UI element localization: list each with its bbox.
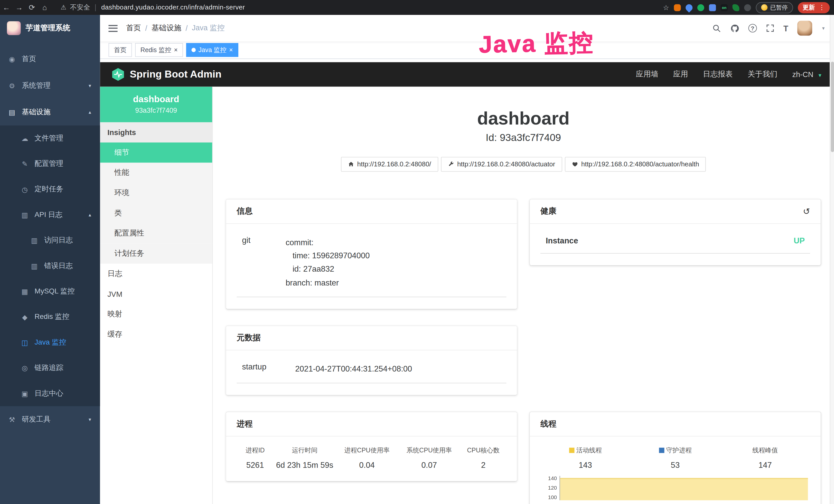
- metadata-value: 2021-04-27T00:44:31.254+08:00: [295, 362, 501, 375]
- browser-back-button[interactable]: ←: [0, 3, 13, 12]
- sba-side-logs[interactable]: 日志: [100, 264, 212, 284]
- sba-side-metrics[interactable]: 性能: [100, 163, 212, 183]
- info-git-row: git commit: time: 1596289704000 id: 27aa…: [237, 228, 506, 297]
- fullscreen-icon[interactable]: [766, 24, 774, 32]
- sidebar-item-api-log[interactable]: ▥ API 日志 ▲: [0, 202, 100, 228]
- service-url-button[interactable]: http://192.168.0.2:48080/: [341, 157, 438, 172]
- breadcrumb-infra[interactable]: 基础设施: [152, 23, 181, 33]
- close-icon[interactable]: ×: [229, 47, 233, 53]
- extension-icon[interactable]: [697, 4, 704, 11]
- redis-icon: ◆: [21, 313, 29, 321]
- threads-col-label: 守护进程: [666, 446, 692, 455]
- extension-icon[interactable]: [709, 4, 716, 11]
- extension-icon[interactable]: [732, 4, 739, 11]
- security-warning-icon: ⚠: [61, 4, 66, 11]
- health-instance-row[interactable]: Instance UP: [541, 228, 810, 253]
- sidebar-item-label: 配置管理: [35, 159, 63, 168]
- sidebar-item-config-manage[interactable]: ✎ 配置管理: [0, 151, 100, 176]
- sidebar-submenu-infra: ☁ 文件管理 ✎ 配置管理 ◷ 定时任务 ▥ API 日志 ▲ ▥: [0, 125, 100, 406]
- sba-side-environment[interactable]: 环境: [100, 183, 212, 203]
- tag-redis-monitor[interactable]: Redis 监控 ×: [135, 43, 183, 57]
- health-url-button[interactable]: http://192.168.0.2:48080/actuator/health: [565, 157, 706, 172]
- sidebar-item-access-log[interactable]: ▥ 访问日志: [0, 228, 100, 253]
- process-col-header: 系统CPU使用率: [398, 446, 460, 460]
- breadcrumb-home[interactable]: 首页: [126, 23, 141, 33]
- docs-help-icon[interactable]: ?: [748, 24, 757, 32]
- sidebar-item-label: 基础设施: [22, 107, 50, 117]
- sidebar-item-system[interactable]: ⚙ 系统管理 ▼: [0, 72, 100, 99]
- sba-side-jvm[interactable]: JVM: [100, 284, 212, 304]
- address-bar[interactable]: ⚠ 不安全 dashboard.yudao.iocoder.cn/infra/a…: [61, 3, 245, 12]
- sba-side-details[interactable]: 细节: [100, 142, 212, 163]
- search-icon[interactable]: [712, 24, 721, 32]
- sidebar-item-scheduled-jobs[interactable]: ◷ 定时任务: [0, 177, 100, 202]
- health-instance-label: Instance: [546, 236, 578, 245]
- tag-home[interactable]: 首页: [108, 43, 132, 57]
- sba-side-configprops[interactable]: 配置属性: [100, 223, 212, 244]
- sidebar-item-file-manage[interactable]: ☁ 文件管理: [0, 125, 100, 151]
- sidebar-item-redis-monitor[interactable]: ◆ Redis 监控: [0, 304, 100, 329]
- document-icon: ▥: [30, 262, 38, 270]
- sidebar-item-label: 研发工具: [22, 415, 50, 424]
- sba-body: dashboard 93a3fc7f7409 Insights 细节 性能 环境…: [100, 87, 834, 504]
- sba-brand-label: Spring Boot Admin: [130, 69, 221, 81]
- threads-chart-plot: [559, 476, 810, 500]
- chevron-up-icon: ▲: [88, 110, 92, 115]
- actuator-url-button[interactable]: http://192.168.0.2:48080/actuator: [441, 157, 562, 172]
- sidebar-item-tracing[interactable]: ◎ 链路追踪: [0, 355, 100, 381]
- sba-locale-select[interactable]: zh-CN ▼: [792, 70, 822, 78]
- sidebar-item-log-center[interactable]: ▣ 日志中心: [0, 381, 100, 406]
- sba-side-classes[interactable]: 类: [100, 203, 212, 223]
- sidebar-toggle-icon[interactable]: [108, 25, 117, 31]
- sba-side-scheduled-tasks[interactable]: 计划任务: [100, 244, 212, 264]
- sba-side-caches[interactable]: 缓存: [100, 324, 212, 345]
- threads-daemon-header: 守护进程: [630, 446, 720, 460]
- process-col-header: CPU核心数: [460, 446, 506, 460]
- chevron-down-icon: ▼: [817, 73, 822, 78]
- sba-nav-applications[interactable]: 应用: [673, 70, 688, 79]
- tag-label: Redis 监控: [140, 45, 171, 54]
- eye-icon: ◎: [21, 364, 29, 372]
- history-icon[interactable]: ↺: [803, 206, 810, 216]
- sba-brand[interactable]: Spring Boot Admin: [112, 68, 221, 82]
- sidebar-item-label: API 日志: [35, 210, 63, 220]
- process-cpu-value: 0.04: [336, 460, 398, 469]
- sba-nav-journal[interactable]: 日志报表: [703, 70, 733, 79]
- extension-icon[interactable]: on: [721, 4, 728, 11]
- service-url-label: http://192.168.0.2:48080/: [357, 160, 431, 168]
- user-avatar[interactable]: [797, 21, 812, 36]
- font-size-icon[interactable]: T: [784, 24, 788, 32]
- browser-home-button[interactable]: ⌂: [38, 3, 51, 12]
- sba-nav-about[interactable]: 关于我们: [748, 70, 777, 79]
- browser-toolbar-right: ☆ on 已暂停 更新 ⋮: [663, 2, 834, 13]
- extension-icon[interactable]: [684, 3, 694, 12]
- wrench-icon: [448, 161, 454, 167]
- sba-side-mappings[interactable]: 映射: [100, 304, 212, 324]
- bookmark-star-icon[interactable]: ☆: [663, 3, 669, 11]
- extension-icon[interactable]: [744, 4, 751, 11]
- sidebar-item-java-monitor[interactable]: ◫ Java 监控: [0, 330, 100, 355]
- avatar-caret-icon[interactable]: ▼: [821, 26, 825, 30]
- sidebar-item-mysql-monitor[interactable]: ▦ MySQL 监控: [0, 279, 100, 304]
- page-scrollbar[interactable]: [830, 15, 834, 504]
- sba-nav-wallboard[interactable]: 应用墙: [636, 70, 658, 79]
- sidebar-item-dev-tools[interactable]: ⚒ 研发工具 ▼: [0, 406, 100, 433]
- sidebar-item-error-log[interactable]: ▥ 错误日志: [0, 253, 100, 279]
- extension-icon[interactable]: [674, 4, 681, 11]
- tag-java-monitor[interactable]: Java 监控 ×: [186, 43, 238, 57]
- browser-update-button[interactable]: 更新 ⋮: [798, 2, 830, 13]
- scrollbar-thumb[interactable]: [831, 62, 834, 152]
- browser-menu-icon[interactable]: ⋮: [818, 4, 825, 11]
- github-icon[interactable]: [730, 24, 739, 32]
- threads-table: 活动线程 守护进程 线程峰值 143: [541, 441, 810, 469]
- sidebar-item-home[interactable]: ◉ 首页: [0, 46, 100, 72]
- process-card-header: 进程: [226, 412, 517, 436]
- profile-paused-badge[interactable]: 已暂停: [756, 2, 793, 13]
- sba-instance-header[interactable]: dashboard 93a3fc7f7409: [100, 87, 212, 122]
- browser-forward-button[interactable]: →: [13, 3, 26, 12]
- browser-reload-button[interactable]: ⟳: [25, 3, 38, 12]
- close-icon[interactable]: ×: [174, 47, 178, 53]
- app-logo[interactable]: 芋道管理系统: [0, 15, 100, 42]
- instance-title: dashboard: [226, 108, 821, 129]
- sidebar-item-infra[interactable]: ▤ 基础设施 ▲: [0, 99, 100, 125]
